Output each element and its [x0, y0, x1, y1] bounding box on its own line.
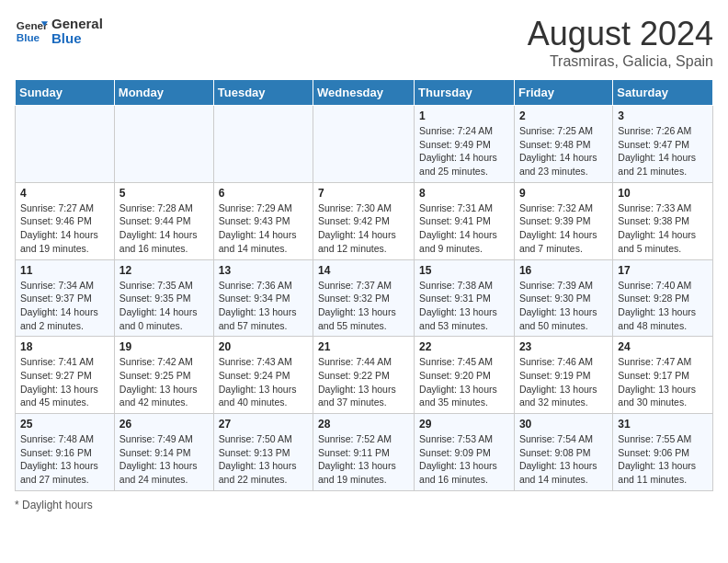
day-number: 20	[219, 340, 308, 353]
calendar-cell: 7Sunrise: 7:30 AMSunset: 9:42 PMDaylight…	[313, 182, 415, 259]
day-number: 16	[519, 264, 608, 277]
calendar-week-row: 4Sunrise: 7:27 AMSunset: 9:46 PMDaylight…	[16, 182, 713, 259]
day-detail: Sunrise: 7:34 AMSunset: 9:37 PMDaylight:…	[20, 279, 109, 333]
day-detail: Sunrise: 7:35 AMSunset: 9:35 PMDaylight:…	[119, 279, 209, 333]
day-number: 29	[419, 418, 509, 431]
calendar-week-row: 18Sunrise: 7:41 AMSunset: 9:27 PMDayligh…	[16, 337, 713, 414]
day-detail: Sunrise: 7:27 AMSunset: 9:46 PMDaylight:…	[20, 201, 109, 256]
calendar-cell: 27Sunrise: 7:50 AMSunset: 9:13 PMDayligh…	[213, 414, 313, 491]
day-number: 2	[519, 109, 608, 122]
day-number: 15	[419, 264, 509, 277]
weekday-header: Friday	[514, 80, 612, 106]
calendar-table: SundayMondayTuesdayWednesdayThursdayFrid…	[15, 79, 713, 491]
calendar-cell: 8Sunrise: 7:31 AMSunset: 9:41 PMDaylight…	[415, 182, 515, 259]
main-title: August 2024	[528, 15, 713, 53]
day-detail: Sunrise: 7:54 AMSunset: 9:08 PMDaylight:…	[519, 432, 608, 487]
day-number: 3	[618, 109, 708, 122]
day-detail: Sunrise: 7:28 AMSunset: 9:44 PMDaylight:…	[119, 201, 209, 256]
weekday-header: Sunday	[16, 80, 115, 106]
day-detail: Sunrise: 7:24 AMSunset: 9:49 PMDaylight:…	[419, 124, 509, 178]
day-detail: Sunrise: 7:38 AMSunset: 9:31 PMDaylight:…	[419, 279, 509, 333]
calendar-cell: 21Sunrise: 7:44 AMSunset: 9:22 PMDayligh…	[313, 337, 415, 414]
weekday-header: Wednesday	[313, 80, 415, 106]
calendar-cell: 16Sunrise: 7:39 AMSunset: 9:30 PMDayligh…	[514, 259, 612, 337]
calendar-cell: 4Sunrise: 7:27 AMSunset: 9:46 PMDaylight…	[16, 182, 115, 259]
day-detail: Sunrise: 7:43 AMSunset: 9:24 PMDaylight:…	[219, 355, 308, 409]
day-number: 12	[119, 264, 209, 277]
calendar-cell	[114, 106, 213, 183]
day-number: 9	[519, 187, 608, 200]
day-detail: Sunrise: 7:46 AMSunset: 9:19 PMDaylight:…	[519, 355, 608, 409]
calendar-cell: 14Sunrise: 7:37 AMSunset: 9:32 PMDayligh…	[313, 259, 415, 337]
calendar-cell: 17Sunrise: 7:40 AMSunset: 9:28 PMDayligh…	[613, 259, 713, 337]
day-detail: Sunrise: 7:52 AMSunset: 9:11 PMDaylight:…	[318, 432, 409, 487]
day-number: 7	[318, 187, 409, 200]
calendar-cell: 10Sunrise: 7:33 AMSunset: 9:38 PMDayligh…	[613, 182, 713, 259]
day-number: 14	[318, 264, 409, 277]
calendar-cell: 1Sunrise: 7:24 AMSunset: 9:49 PMDaylight…	[415, 106, 515, 183]
day-number: 27	[219, 418, 308, 431]
weekday-header: Tuesday	[213, 80, 313, 106]
svg-text:General: General	[17, 19, 48, 31]
calendar-cell: 28Sunrise: 7:52 AMSunset: 9:11 PMDayligh…	[313, 414, 415, 491]
day-number: 8	[419, 187, 509, 200]
day-detail: Sunrise: 7:50 AMSunset: 9:13 PMDaylight:…	[219, 432, 308, 487]
day-number: 11	[20, 264, 109, 277]
day-detail: Sunrise: 7:41 AMSunset: 9:27 PMDaylight:…	[20, 355, 109, 409]
calendar-cell	[313, 106, 415, 183]
header-row: SundayMondayTuesdayWednesdayThursdayFrid…	[16, 80, 713, 106]
day-number: 1	[419, 109, 509, 122]
day-detail: Sunrise: 7:45 AMSunset: 9:20 PMDaylight:…	[419, 355, 509, 409]
day-detail: Sunrise: 7:29 AMSunset: 9:43 PMDaylight:…	[219, 201, 308, 256]
weekday-header: Thursday	[415, 80, 515, 106]
calendar-cell: 23Sunrise: 7:46 AMSunset: 9:19 PMDayligh…	[514, 337, 612, 414]
day-number: 19	[119, 340, 209, 353]
day-detail: Sunrise: 7:55 AMSunset: 9:06 PMDaylight:…	[618, 432, 708, 487]
calendar-cell: 30Sunrise: 7:54 AMSunset: 9:08 PMDayligh…	[514, 414, 612, 491]
day-detail: Sunrise: 7:39 AMSunset: 9:30 PMDaylight:…	[519, 279, 608, 333]
day-detail: Sunrise: 7:25 AMSunset: 9:48 PMDaylight:…	[519, 124, 608, 178]
calendar-cell	[16, 106, 115, 183]
calendar-cell: 12Sunrise: 7:35 AMSunset: 9:35 PMDayligh…	[114, 259, 213, 337]
calendar-cell: 22Sunrise: 7:45 AMSunset: 9:20 PMDayligh…	[415, 337, 515, 414]
calendar-week-row: 1Sunrise: 7:24 AMSunset: 9:49 PMDaylight…	[16, 106, 713, 183]
calendar-cell: 15Sunrise: 7:38 AMSunset: 9:31 PMDayligh…	[415, 259, 515, 337]
calendar-cell: 6Sunrise: 7:29 AMSunset: 9:43 PMDaylight…	[213, 182, 313, 259]
calendar-cell: 25Sunrise: 7:48 AMSunset: 9:16 PMDayligh…	[16, 414, 115, 491]
weekday-header: Saturday	[613, 80, 713, 106]
weekday-header: Monday	[114, 80, 213, 106]
calendar-cell: 19Sunrise: 7:42 AMSunset: 9:25 PMDayligh…	[114, 337, 213, 414]
day-number: 28	[318, 418, 409, 431]
day-number: 6	[219, 187, 308, 200]
day-number: 23	[519, 340, 608, 353]
day-detail: Sunrise: 7:40 AMSunset: 9:28 PMDaylight:…	[618, 279, 708, 333]
day-number: 18	[20, 340, 109, 353]
footer-label: Daylight hours	[22, 499, 93, 511]
day-detail: Sunrise: 7:33 AMSunset: 9:38 PMDaylight:…	[618, 201, 708, 256]
day-number: 5	[119, 187, 209, 200]
day-number: 24	[618, 340, 708, 353]
calendar-cell: 9Sunrise: 7:32 AMSunset: 9:39 PMDaylight…	[514, 182, 612, 259]
logo-icon: General Blue	[15, 15, 48, 48]
day-detail: Sunrise: 7:42 AMSunset: 9:25 PMDaylight:…	[119, 355, 209, 409]
title-area: August 2024 Trasmiras, Galicia, Spain	[528, 15, 713, 70]
day-detail: Sunrise: 7:31 AMSunset: 9:41 PMDaylight:…	[419, 201, 509, 256]
day-number: 31	[618, 418, 708, 431]
day-number: 25	[20, 418, 109, 431]
day-detail: Sunrise: 7:49 AMSunset: 9:14 PMDaylight:…	[119, 432, 209, 487]
logo: General Blue General Blue	[15, 15, 103, 48]
day-number: 21	[318, 340, 409, 353]
day-detail: Sunrise: 7:26 AMSunset: 9:47 PMDaylight:…	[618, 124, 708, 178]
day-number: 4	[20, 187, 109, 200]
day-detail: Sunrise: 7:53 AMSunset: 9:09 PMDaylight:…	[419, 432, 509, 487]
header: General Blue General Blue August 2024 Tr…	[15, 15, 713, 70]
calendar-cell: 26Sunrise: 7:49 AMSunset: 9:14 PMDayligh…	[114, 414, 213, 491]
day-number: 13	[219, 264, 308, 277]
calendar-cell: 24Sunrise: 7:47 AMSunset: 9:17 PMDayligh…	[613, 337, 713, 414]
day-detail: Sunrise: 7:32 AMSunset: 9:39 PMDaylight:…	[519, 201, 608, 256]
calendar-cell: 13Sunrise: 7:36 AMSunset: 9:34 PMDayligh…	[213, 259, 313, 337]
day-number: 10	[618, 187, 708, 200]
day-detail: Sunrise: 7:44 AMSunset: 9:22 PMDaylight:…	[318, 355, 409, 409]
day-number: 26	[119, 418, 209, 431]
day-number: 30	[519, 418, 608, 431]
